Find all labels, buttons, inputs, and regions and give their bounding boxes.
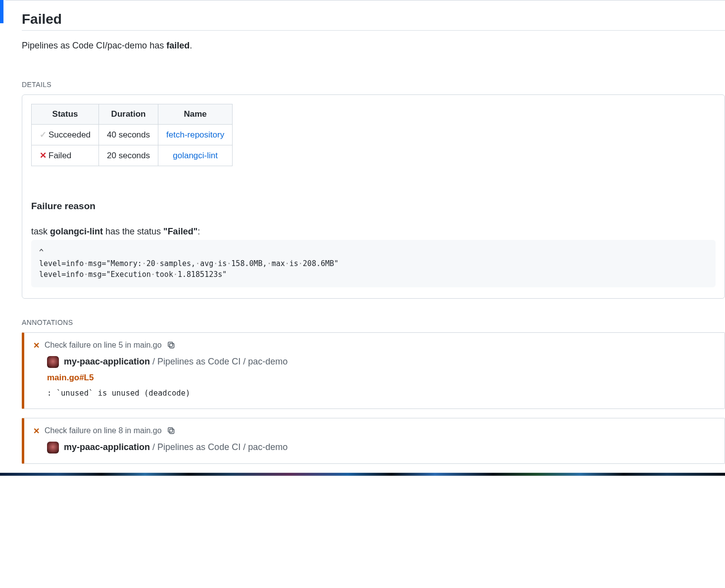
failure-task-line: task golangci-lint has the status "Faile… — [31, 226, 716, 237]
copy-icon[interactable] — [167, 341, 176, 350]
app-name[interactable]: my-paac-application — [64, 442, 150, 452]
annotation-head-text: Check failure on line 5 in main.go — [45, 341, 162, 350]
app-avatar-icon — [47, 442, 59, 453]
failure-heading: Failure reason — [31, 201, 716, 212]
annotation-item: ✕ Check failure on line 8 in main.go my-… — [22, 418, 725, 464]
svg-rect-0 — [169, 344, 174, 348]
app-name[interactable]: my-paac-application — [64, 357, 150, 366]
failure-x-icon: ✕ — [33, 341, 40, 350]
col-status: Status — [32, 104, 99, 125]
annotations-label: ANNOTATIONS — [22, 318, 725, 326]
top-divider — [5, 0, 725, 0]
annotation-app-row: my-paac-application / Pipelines as Code … — [47, 356, 716, 368]
x-icon: ✕ — [39, 150, 48, 161]
svg-rect-1 — [168, 342, 172, 347]
duration-cell: 40 seconds — [99, 125, 158, 145]
check-icon: ✓ — [39, 130, 48, 140]
table-row: ✕Failed 20 seconds golangci-lint — [32, 145, 233, 166]
app-path-sep: / — [150, 442, 157, 452]
details-label: DETAILS — [22, 81, 725, 89]
app-path-mid: Pipelines as Code CI — [157, 442, 241, 452]
annotation-app-row: my-paac-application / Pipelines as Code … — [47, 442, 716, 453]
annotation-header: ✕ Check failure on line 8 in main.go — [33, 426, 716, 436]
app-path-mid: Pipelines as Code CI — [157, 357, 241, 366]
details-table: Status Duration Name ✓Succeeded 40 secon… — [31, 104, 233, 166]
copy-icon[interactable] — [167, 426, 176, 435]
app-path-sep: / — [150, 357, 157, 366]
bottom-strip — [0, 473, 725, 476]
details-card: Status Duration Name ✓Succeeded 40 secon… — [22, 94, 725, 299]
annotation-header: ✕ Check failure on line 5 in main.go — [33, 341, 716, 350]
task-name: golangci-lint — [50, 226, 103, 236]
svg-rect-2 — [169, 429, 174, 434]
task-link[interactable]: fetch-repository — [166, 130, 224, 139]
main-container: Failed Pipelines as Code CI/pac-demo has… — [0, 11, 725, 464]
intro-suffix: . — [190, 41, 192, 50]
app-avatar-icon — [47, 356, 59, 368]
app-path-sep: / — [241, 357, 248, 366]
col-name: Name — [158, 104, 233, 125]
status-text: Failed — [48, 151, 71, 160]
task-prefix: task — [31, 226, 50, 236]
intro-text: Pipelines as Code CI/pac-demo has failed… — [22, 41, 725, 51]
annotation-head-text: Check failure on line 8 in main.go — [45, 426, 162, 435]
task-status: "Failed" — [163, 226, 197, 236]
intro-status: failed — [166, 41, 190, 50]
task-suffix: : — [197, 226, 200, 236]
app-path-end: pac-demo — [248, 442, 288, 452]
duration-cell: 20 seconds — [99, 145, 158, 166]
annotation-file-link[interactable]: main.go#L5 — [47, 373, 716, 383]
task-mid: has the status — [103, 226, 163, 236]
app-path-end: pac-demo — [248, 357, 288, 366]
intro-prefix: Pipelines as Code CI/pac-demo has — [22, 41, 166, 50]
annotation-item: ✕ Check failure on line 5 in main.go my-… — [22, 332, 725, 409]
task-link[interactable]: golangci-lint — [173, 151, 218, 160]
failure-x-icon: ✕ — [33, 426, 40, 436]
app-path-sep: / — [241, 442, 248, 452]
svg-rect-3 — [168, 428, 172, 432]
col-duration: Duration — [99, 104, 158, 125]
annotation-message: : `unused` is unused (deadcode) — [47, 389, 716, 398]
table-row: ✓Succeeded 40 seconds fetch-repository — [32, 125, 233, 145]
failure-log: ^ level=info·msg="Memory:·20·samples,·av… — [31, 240, 716, 287]
status-text: Succeeded — [48, 130, 91, 139]
page-title: Failed — [22, 11, 725, 31]
